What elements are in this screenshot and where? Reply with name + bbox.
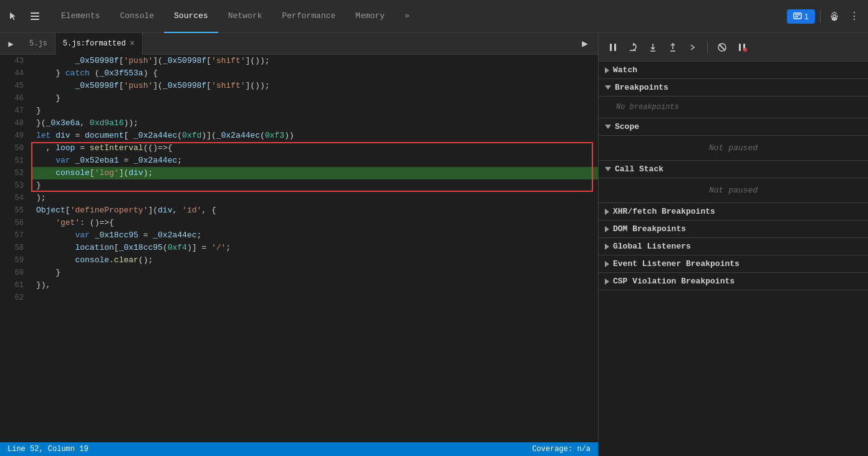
- watch-label: Watch: [613, 65, 637, 75]
- run-snippet-icon[interactable]: ▶: [577, 36, 593, 52]
- breakpoints-section-header[interactable]: Breakpoints: [599, 79, 868, 97]
- main-layout: ▶ 5.js 5.js:formatted × ▶ 43 _0x50998f['…: [0, 33, 868, 456]
- top-tab-bar: Elements Console Sources Network Perform…: [0, 0, 868, 33]
- svg-rect-3: [794, 13, 801, 19]
- right-panel: Watch Breakpoints No breakpoints Scope N…: [599, 33, 868, 456]
- table-row: 62: [0, 292, 598, 304]
- step-btn[interactable]: [685, 39, 701, 55]
- dom-label: DOM Breakpoints: [613, 224, 686, 234]
- deactivate-breakpoints-btn[interactable]: [714, 39, 730, 55]
- table-row: 53 }: [0, 179, 598, 192]
- breakpoints-label: Breakpoints: [615, 83, 668, 92]
- breakpoints-content: No breakpoints: [599, 97, 868, 118]
- step-over-btn[interactable]: [625, 39, 641, 55]
- scope-label: Scope: [615, 122, 639, 131]
- csp-collapse-icon: [605, 278, 609, 285]
- table-row: 48 }(_0x3e6a, 0xd9a16));: [0, 117, 598, 130]
- table-row: 49 let div = document[ _0x2a44ec(0xfd)](…: [0, 130, 598, 142]
- coverage-status: Coverage: n/a: [532, 445, 591, 454]
- dom-collapse-icon: [605, 226, 609, 232]
- table-row: 57 var _0x18cc95 = _0x2a44ec;: [0, 229, 598, 242]
- step-into-btn[interactable]: [645, 39, 661, 55]
- more-options-icon[interactable]: ⋮: [846, 7, 863, 25]
- tab-network[interactable]: Network: [218, 0, 272, 33]
- cursor-position: Line 52, Column 19: [7, 445, 89, 454]
- no-breakpoints-text: No breakpoints: [599, 99, 868, 115]
- breakpoints-collapse-icon: [605, 85, 611, 90]
- svg-rect-2: [31, 19, 39, 20]
- table-row: 54 );: [0, 192, 598, 204]
- pause-resume-btn[interactable]: [605, 39, 621, 55]
- global-label: Global Listeners: [613, 242, 691, 251]
- scope-content: Not paused: [599, 136, 868, 161]
- table-row: 45 _0x50998f['push'](_0x50998f['shift'](…: [0, 80, 598, 92]
- pause-on-exceptions-btn[interactable]: [734, 39, 750, 55]
- tab-memory[interactable]: Memory: [345, 0, 395, 33]
- debugger-toolbar: [599, 33, 868, 62]
- table-row: 55 Object['defineProperty'](div, 'id', {: [0, 204, 598, 217]
- xhr-collapse-icon: [605, 209, 609, 215]
- scope-collapse-icon: [605, 125, 611, 129]
- csp-label: CSP Violation Breakpoints: [613, 277, 735, 286]
- csp-section-header[interactable]: CSP Violation Breakpoints: [599, 273, 868, 290]
- status-bar: Line 52, Column 19 Coverage: n/a: [0, 442, 598, 456]
- settings-icon[interactable]: [826, 7, 843, 25]
- cursor-icon[interactable]: [5, 7, 22, 25]
- file-tab-5js-formatted[interactable]: 5.js:formatted ×: [55, 33, 143, 55]
- svg-rect-0: [31, 12, 39, 14]
- event-collapse-icon: [605, 261, 609, 267]
- svg-rect-7: [614, 44, 616, 51]
- table-row: 52 console['log'](div);: [0, 167, 598, 179]
- xhr-label: XHR/fetch Breakpoints: [613, 207, 715, 216]
- run-icon[interactable]: ▶: [0, 33, 22, 55]
- table-row: 61 }),: [0, 279, 598, 292]
- table-row: 44 } catch (_0x3f553a) {: [0, 67, 598, 80]
- editor-panel: ▶ 5.js 5.js:formatted × ▶ 43 _0x50998f['…: [0, 33, 599, 456]
- step-out-btn[interactable]: [665, 39, 681, 55]
- scope-section-header[interactable]: Scope: [599, 118, 868, 136]
- table-row: 50 , loop = setInterval(()=>{: [0, 142, 598, 154]
- notification-badge[interactable]: 1: [787, 9, 815, 24]
- table-row: 51 var _0x52eba1 = _0x2a44ec;: [0, 154, 598, 167]
- tab-performance[interactable]: Performance: [272, 0, 345, 33]
- table-row: 56 'get': ()=>{: [0, 217, 598, 229]
- file-tab-5js[interactable]: 5.js: [22, 33, 55, 55]
- tab-console[interactable]: Console: [110, 0, 164, 33]
- svg-point-16: [743, 48, 747, 52]
- svg-rect-14: [739, 44, 741, 51]
- drawer-icon[interactable]: [26, 7, 44, 25]
- call-stack-not-paused-text: Not paused: [599, 181, 868, 200]
- tab-more[interactable]: »: [395, 0, 420, 33]
- call-stack-section-header[interactable]: Call Stack: [599, 161, 868, 178]
- svg-rect-1: [31, 16, 39, 17]
- event-section-header[interactable]: Event Listener Breakpoints: [599, 255, 868, 273]
- svg-rect-6: [610, 44, 612, 51]
- call-stack-content: Not paused: [599, 178, 868, 203]
- table-row: 43 _0x50998f['push'](_0x50998f['shift'](…: [0, 55, 598, 67]
- svg-line-12: [719, 44, 725, 50]
- watch-collapse-icon: [605, 67, 609, 74]
- tab-elements[interactable]: Elements: [51, 0, 110, 33]
- table-row: 46 }: [0, 92, 598, 105]
- xhr-section-header[interactable]: XHR/fetch Breakpoints: [599, 203, 868, 221]
- call-stack-collapse-icon: [605, 167, 611, 171]
- watch-section-header[interactable]: Watch: [599, 62, 868, 79]
- table-row: 47 }: [0, 105, 598, 117]
- dom-section-header[interactable]: DOM Breakpoints: [599, 221, 868, 238]
- global-section-header[interactable]: Global Listeners: [599, 238, 868, 255]
- code-editor[interactable]: 43 _0x50998f['push'](_0x50998f['shift'](…: [0, 55, 598, 442]
- top-right-controls: 1 ⋮: [787, 7, 863, 25]
- svg-rect-5: [795, 16, 798, 17]
- event-label: Event Listener Breakpoints: [613, 259, 740, 268]
- breakpoint-group: 50 , loop = setInterval(()=>{ 51 var _0x…: [0, 142, 598, 192]
- call-stack-label: Call Stack: [615, 164, 663, 174]
- svg-rect-4: [795, 14, 800, 16]
- scope-not-paused-text: Not paused: [599, 138, 868, 158]
- close-tab-icon[interactable]: ×: [130, 39, 135, 49]
- table-row: 60 }: [0, 267, 598, 279]
- file-tabs-bar: ▶ 5.js 5.js:formatted × ▶: [0, 33, 598, 55]
- global-collapse-icon: [605, 244, 609, 250]
- table-row: 59 console.clear();: [0, 254, 598, 267]
- table-row: 58 location[_0x18cc95(0xf4)] = '/';: [0, 242, 598, 254]
- tab-sources[interactable]: Sources: [164, 0, 218, 33]
